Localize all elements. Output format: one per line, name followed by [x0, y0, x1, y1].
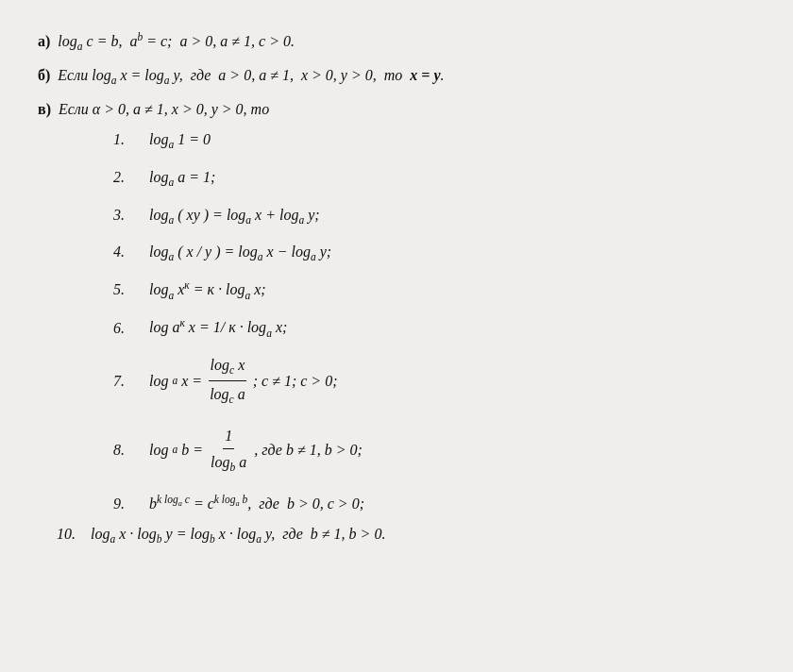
list-item: 8. loga b = 1 logb a , где b ≠ 1, b > 0; [113, 423, 755, 478]
list-item: 5. loga xк = к · loga x; [113, 277, 755, 305]
item-num-6: 6. [113, 315, 142, 341]
item-formula-4: loga ( x / y ) = loga x − loga y; [142, 239, 331, 267]
item-formula-9: bk loga c = ck loga b, где b > 0, c > 0; [142, 491, 364, 517]
item-num-2: 2. [113, 164, 142, 190]
item-num-9: 9. [113, 491, 142, 516]
list-item: 1. loga 1 = 0 [113, 126, 755, 155]
list-item: 4. loga ( x / y ) = loga x − loga y; [113, 239, 755, 267]
list-item: 7. loga x = logc x logc a ; c ≠ 1; c > 0… [113, 352, 755, 410]
item-formula-10: loga x · logb y = logb x · loga y, где b… [91, 526, 385, 545]
item-formula-1: loga 1 = 0 [142, 126, 211, 155]
numbered-list: 1. loga 1 = 0 2. loga a = 1; 3. loga ( x… [113, 126, 755, 516]
list-item: 6. log aк x = 1/ к · loga x; [113, 314, 755, 343]
section-b-formula: Если loga x = loga y, где a > 0, a ≠ 1, … [54, 67, 444, 83]
item-num-4: 4. [113, 239, 142, 264]
item-formula-8: loga b = 1 logb a , где b ≠ 1, b > 0; [142, 423, 363, 478]
item-formula-3: loga ( xy ) = loga x + loga y; [142, 202, 320, 230]
section-a-formula: loga c = b, ab = c; a > 0, a ≠ 1, c > 0. [54, 33, 295, 49]
section-b: б) Если loga x = loga y, где a > 0, a ≠ … [38, 63, 755, 90]
item-num-10: 10. [57, 526, 91, 543]
item-formula-6: log aк x = 1/ к · loga x; [142, 314, 287, 343]
main-content: а) loga c = b, ab = c; a > 0, a ≠ 1, c >… [28, 19, 765, 562]
item-num-1: 1. [113, 126, 142, 152]
item-formula-2: loga a = 1; [142, 164, 215, 193]
item-formula-5: loga xк = к · loga x; [142, 277, 266, 305]
section-c-intro: в) Если α > 0, a ≠ 1, x > 0, y > 0, то [38, 97, 755, 122]
list-item: 9. bk loga c = ck loga b, где b > 0, c >… [113, 491, 755, 517]
item-num-8: 8. [113, 437, 142, 462]
item-num-7: 7. [113, 368, 142, 394]
list-item: 3. loga ( xy ) = loga x + loga y; [113, 202, 755, 230]
section-b-label: б) [38, 67, 50, 83]
section-a: а) loga c = b, ab = c; a > 0, a ≠ 1, c >… [38, 28, 755, 56]
section-c: в) Если α > 0, a ≠ 1, x > 0, y > 0, то 1… [38, 97, 755, 546]
list-item: 2. loga a = 1; [113, 164, 755, 193]
item-num-3: 3. [113, 202, 142, 227]
list-item: 10. loga x · logb y = logb x · loga y, г… [57, 526, 755, 545]
section-a-label: а) [38, 33, 50, 49]
item-formula-7: loga x = logc x logc a ; c ≠ 1; c > 0; [142, 352, 337, 410]
item-num-5: 5. [113, 277, 142, 302]
